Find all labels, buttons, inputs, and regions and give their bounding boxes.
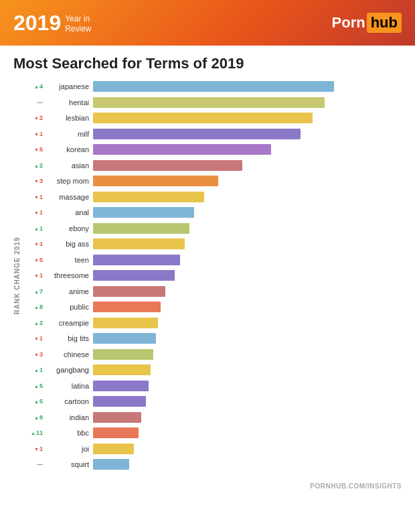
term-label: joi [45,445,93,453]
header: 2019 Year in Review Porn hub [0,0,415,46]
rank-change-badge: 1 [23,209,45,216]
rank-change-badge: 5 [23,383,45,389]
bar [93,239,185,249]
term-label: massage [45,193,93,201]
bar-area [93,207,402,218]
term-label: teen [45,256,93,264]
rank-change-badge: 11 [23,429,45,436]
up-arrow-icon [34,162,39,169]
bar-area [93,286,402,297]
bar [93,255,180,265]
rank-change-badge: 5 [23,146,45,153]
bar [93,412,141,423]
rank-change-badge: 1 [23,446,45,452]
chart-row: 1massage [23,190,402,204]
term-label: chinese [45,350,93,358]
rank-change-badge: 1 [23,194,45,200]
bar [93,113,313,123]
bar-area [93,349,402,360]
down-arrow-icon [34,272,39,279]
chart-row: —hentai [23,95,402,110]
term-label: latina [45,382,93,390]
bar-area [93,129,402,139]
chart-row: 3chinese [23,347,402,362]
up-arrow-icon [34,83,39,90]
chart-row: 2creampie [23,316,402,330]
rank-change-badge: — [23,461,45,468]
term-label: hentai [45,98,93,107]
bar [93,160,242,171]
rank-change-badge: 5 [23,398,45,405]
rank-change-badge: 3 [23,178,45,184]
chart-row: 7anime [23,284,402,299]
bar-area [93,255,402,265]
bar [93,333,156,344]
bar-area [93,113,402,123]
rank-change-badge: 5 [23,257,45,263]
bar [93,396,146,407]
bar [93,302,161,312]
bar-area [93,176,402,186]
term-label: indian [45,413,93,421]
logo-porn: Porn [332,14,365,31]
chart-row: 8indian [23,410,402,425]
bar [93,381,149,391]
chart-row: 1anal [23,205,402,220]
rank-change-badge: 1 [23,335,45,342]
bar-area [93,302,402,312]
term-label: milf [45,130,93,138]
bar [93,427,139,438]
term-label: asian [45,161,93,170]
chart-row: 5korean [23,142,402,157]
down-arrow-icon [34,335,39,342]
term-label: bbc [45,429,93,437]
bar [93,97,325,108]
term-label: anal [45,208,93,216]
bar-area [93,223,402,234]
bar [93,364,151,375]
rank-change-badge: 2 [23,320,45,326]
bar-area [93,160,402,171]
chart-row: 2lesbian [23,111,402,125]
down-arrow-icon [34,115,39,121]
bar [93,459,129,470]
rank-change-badge: 1 [23,225,45,232]
bar-area [93,270,402,281]
up-arrow-icon [31,429,35,436]
footer-url: PORNHUB.COM/INSIGHTS [310,482,402,490]
rank-change-badge: 2 [23,115,45,121]
up-arrow-icon [34,304,39,310]
rank-change-badge: 8 [23,304,45,310]
chart-row: 5cartoon [23,394,402,409]
bar-area [93,192,402,202]
bar-area [93,318,402,328]
term-label: anime [45,287,93,295]
bar [93,144,271,155]
chart-row: 3step mom [23,174,402,188]
chart-row: 1big ass [23,237,402,251]
header-year: 2019 [13,12,61,34]
header-left: 2019 Year in Review [13,12,92,34]
chart-row: 8public [23,300,402,314]
bar-area [93,412,402,423]
up-arrow-icon [34,414,39,421]
bar [93,192,204,202]
main-content: Most Searched for Terms of 2019 RANK CHA… [0,46,415,480]
rank-change-badge: 7 [23,288,45,295]
bar-area [93,381,402,391]
rank-change-badge: 1 [23,241,45,247]
chart-body: 4japanese—hentai2lesbian1milf5korean2asi… [23,79,402,473]
bar [93,176,218,186]
term-label: korean [45,145,93,153]
up-arrow-icon [34,288,39,295]
bar [93,81,334,92]
bar-area [93,333,402,344]
down-arrow-icon [34,351,39,358]
chart-row: 1ebony [23,221,402,236]
up-arrow-icon [34,320,39,326]
term-label: squirt [45,460,93,468]
chart-row: 1big tits [23,331,402,346]
bar [93,270,175,281]
bar [93,286,165,297]
chart-row: 5latina [23,379,402,393]
